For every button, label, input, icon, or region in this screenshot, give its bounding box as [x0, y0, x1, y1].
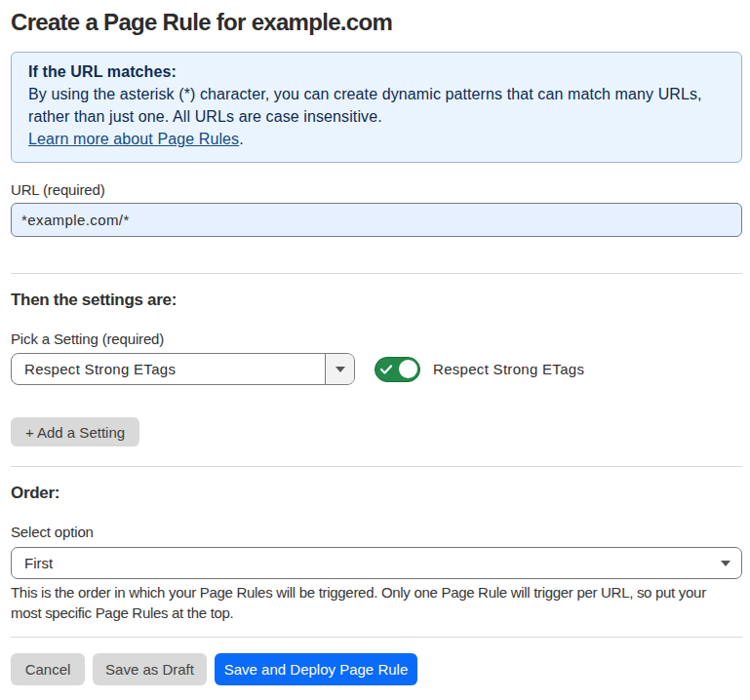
action-buttons: Cancel Save as Draft Save and Deploy Pag…: [11, 653, 742, 685]
settings-heading: Then the settings are:: [11, 290, 742, 311]
save-deploy-button[interactable]: Save and Deploy Page Rule: [215, 653, 417, 685]
learn-more-link[interactable]: Learn more about Page Rules: [28, 131, 239, 147]
dropdown-caret-icon: [336, 367, 345, 372]
toggle-knob: [399, 360, 417, 378]
order-helper-line1: This is the order in which your Page Rul…: [11, 582, 742, 603]
setting-dropdown-button[interactable]: [325, 354, 354, 384]
divider-3: [11, 637, 742, 638]
cancel-button[interactable]: Cancel: [11, 653, 85, 685]
divider-2: [11, 466, 742, 467]
toggle-label: Respect Strong ETags: [433, 361, 584, 377]
setting-dropdown[interactable]: Respect Strong ETags: [11, 353, 355, 385]
order-heading: Order:: [11, 483, 742, 504]
info-box-line1: By using the asterisk (*) character, you…: [28, 83, 725, 105]
url-input[interactable]: [11, 203, 742, 237]
info-box-link-line: Learn more about Page Rules.: [28, 128, 725, 150]
add-setting-button[interactable]: + Add a Setting: [11, 417, 139, 447]
setting-row: Respect Strong ETags Respect Strong ETag…: [11, 353, 742, 385]
save-draft-button[interactable]: Save as Draft: [93, 653, 207, 685]
etags-toggle[interactable]: [375, 357, 420, 382]
link-suffix: .: [239, 131, 244, 147]
page: Create a Page Rule for example.com If th…: [0, 0, 750, 685]
check-icon: [380, 365, 392, 374]
order-helper-line2: most specific Page Rules at the top.: [11, 603, 742, 623]
info-box-heading: If the URL matches:: [28, 60, 725, 83]
url-match-info-box: If the URL matches: By using the asteris…: [11, 52, 742, 163]
page-title: Create a Page Rule for example.com: [11, 9, 742, 36]
url-label: URL (required): [11, 180, 742, 200]
setting-dropdown-value: Respect Strong ETags: [12, 354, 325, 384]
select-option-label: Select option: [11, 523, 742, 542]
select-caret-icon: [721, 561, 730, 566]
pick-setting-label: Pick a Setting (required): [11, 330, 742, 349]
divider-1: [11, 273, 742, 274]
order-helper-text: This is the order in which your Page Rul…: [11, 582, 742, 623]
order-select[interactable]: First: [11, 547, 742, 579]
info-box-line2: rather than just one. All URLs are case …: [28, 105, 725, 128]
order-select-value: First: [24, 555, 53, 571]
